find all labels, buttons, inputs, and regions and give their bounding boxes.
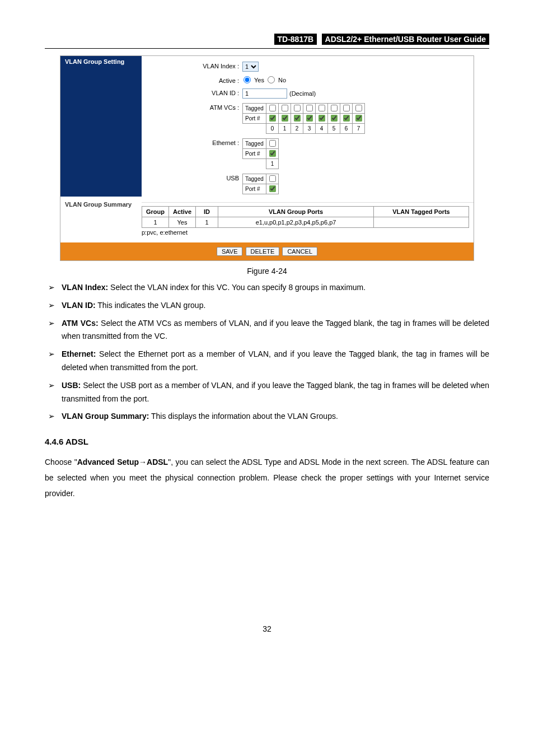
button-bar: SAVE DELETE CANCEL: [60, 242, 474, 260]
eth-port-1[interactable]: [269, 150, 276, 157]
note-text: Select the Ethernet port as a member of …: [62, 349, 489, 372]
atm-port-1[interactable]: [282, 115, 288, 122]
active-yes-radio[interactable]: [243, 76, 251, 83]
legend: p:pvc, e:ethernet: [142, 228, 469, 236]
col-id: ID: [196, 207, 218, 217]
atm-portnum-0: 0: [266, 124, 279, 134]
note-label: VLAN Index:: [62, 283, 108, 292]
atm-portnum-4: 4: [316, 124, 328, 134]
note-label: ATM VCs:: [62, 319, 99, 328]
atm-tagged-1[interactable]: [282, 105, 288, 111]
page-number: 32: [45, 624, 489, 633]
usb-port-label: Port #: [243, 184, 266, 194]
col-ports: VLAN Group Ports: [218, 207, 374, 217]
atm-portnum-2: 2: [291, 124, 303, 134]
save-button[interactable]: SAVE: [217, 247, 243, 256]
cell-active: Yes: [169, 217, 196, 228]
usb-port[interactable]: [269, 185, 276, 192]
cell-id: 1: [196, 217, 218, 228]
note-label: Ethernet:: [62, 349, 96, 358]
atm-tagged-0[interactable]: [269, 105, 276, 111]
list-item: USB: Select the USB port as a member of …: [45, 379, 489, 406]
atm-tagged-7[interactable]: [355, 105, 362, 111]
col-group: Group: [142, 207, 169, 217]
note-label: VLAN Group Summary:: [62, 412, 149, 421]
vlan-group-summary-heading: VLAN Group Summary: [60, 197, 142, 242]
figure-caption: Figure 4-24: [45, 267, 489, 276]
cell-ports: e1,u,p0,p1,p2,p3,p4,p5,p6,p7: [218, 217, 374, 228]
atm-portnum-3: 3: [303, 124, 316, 134]
usb-tagged-label: Tagged: [243, 174, 266, 184]
vlan-id-hint: (Decimal): [289, 90, 316, 97]
atm-port-0[interactable]: [269, 115, 276, 122]
note-text: Select the ATM VCs as members of VLAN, a…: [62, 319, 489, 341]
vlan-group-setting-heading: VLAN Group Setting: [60, 56, 142, 197]
eth-port-label: Port #: [243, 149, 266, 159]
atm-tagged-4[interactable]: [318, 105, 325, 111]
vlan-id-input[interactable]: [242, 88, 287, 99]
section-body: Choose "Advanced Setup→ADSL", you can se…: [45, 454, 489, 501]
cell-tagged: [374, 217, 469, 228]
usb-label: USB: [142, 174, 242, 181]
eth-tagged-1[interactable]: [269, 140, 276, 147]
body-bold: Advanced Setup→ADSL: [77, 458, 168, 466]
atm-tagged-3[interactable]: [306, 105, 313, 111]
note-text: Select the USB port as a member of VLAN,…: [62, 381, 489, 403]
active-label: Active :: [142, 76, 242, 84]
atm-port-2[interactable]: [294, 115, 301, 122]
list-item: VLAN Group Summary: This displays the in…: [45, 410, 489, 423]
note-text: This displays the information about the …: [149, 412, 338, 421]
cancel-button[interactable]: CANCEL: [282, 247, 317, 256]
body-pre: Choose ": [45, 458, 77, 466]
eth-portnum-1: 1: [266, 159, 279, 169]
atm-portnum-5: 5: [328, 124, 340, 134]
atm-port-3[interactable]: [306, 115, 313, 122]
atm-port-4[interactable]: [318, 115, 325, 122]
note-label: USB:: [62, 381, 81, 390]
usb-tagged[interactable]: [269, 175, 276, 182]
eth-tagged-label: Tagged: [243, 139, 266, 149]
active-no-radio[interactable]: [268, 76, 275, 83]
atm-port-7[interactable]: [355, 115, 362, 122]
summary-table: Group Active ID VLAN Group Ports VLAN Ta…: [142, 206, 469, 228]
atm-port-table: Tagged Port #: [242, 103, 365, 134]
atm-portnum-7: 7: [353, 124, 365, 134]
atm-vcs-label: ATM VCs :: [142, 103, 242, 111]
ethernet-label: Ethernet :: [142, 138, 242, 146]
list-item: Ethernet: Select the Ethernet port as a …: [45, 348, 489, 375]
section-title: 4.4.6 ADSL: [45, 437, 489, 446]
table-row: 1 Yes 1 e1,u,p0,p1,p2,p3,p4,p5,p6,p7: [142, 217, 469, 228]
atm-tagged-2[interactable]: [294, 105, 301, 111]
notes-list: VLAN Index: Select the VLAN index for th…: [45, 281, 489, 423]
note-text: Select the VLAN index for this VC. You c…: [108, 283, 366, 292]
atm-portnum-6: 6: [340, 124, 353, 134]
cell-group: 1: [142, 217, 169, 228]
atm-tagged-5[interactable]: [331, 105, 338, 111]
atm-port-5[interactable]: [331, 115, 338, 122]
list-item: VLAN ID: This indicates the VLAN group.: [45, 299, 489, 312]
atm-portnum-1: 1: [279, 124, 291, 134]
eth-port-table: Tagged Port # 1: [242, 138, 279, 169]
delete-button[interactable]: DELETE: [246, 247, 280, 256]
model-badge: TD-8817B: [274, 34, 317, 45]
list-item: VLAN Index: Select the VLAN index for th…: [45, 281, 489, 295]
col-tagged: VLAN Tagged Ports: [374, 207, 469, 217]
note-text: This indicates the VLAN group.: [96, 301, 206, 310]
vlan-index-select[interactable]: 1: [242, 62, 259, 72]
doc-title: ADSL2/2+ Ethernet/USB Router User Guide: [322, 34, 489, 45]
screenshot: VLAN Group Setting VLAN Index : 1 Active…: [60, 55, 474, 261]
doc-header: TD-8817B ADSL2/2+ Ethernet/USB Router Us…: [45, 34, 489, 45]
usb-port-table: Tagged Port #: [242, 174, 279, 194]
header-rule: [45, 48, 489, 49]
atm-port-label: Port #: [243, 114, 266, 124]
vlan-id-label: VLAN ID :: [142, 88, 242, 96]
active-yes-text: Yes: [254, 77, 264, 83]
atm-tagged-6[interactable]: [343, 105, 350, 111]
active-no-text: No: [278, 77, 286, 83]
note-label: VLAN ID:: [62, 301, 96, 310]
atm-port-6[interactable]: [343, 115, 350, 122]
atm-tagged-label: Tagged: [243, 104, 266, 114]
col-active: Active: [169, 207, 196, 217]
vlan-index-label: VLAN Index :: [142, 62, 242, 69]
list-item: ATM VCs: Select the ATM VCs as members o…: [45, 317, 489, 344]
